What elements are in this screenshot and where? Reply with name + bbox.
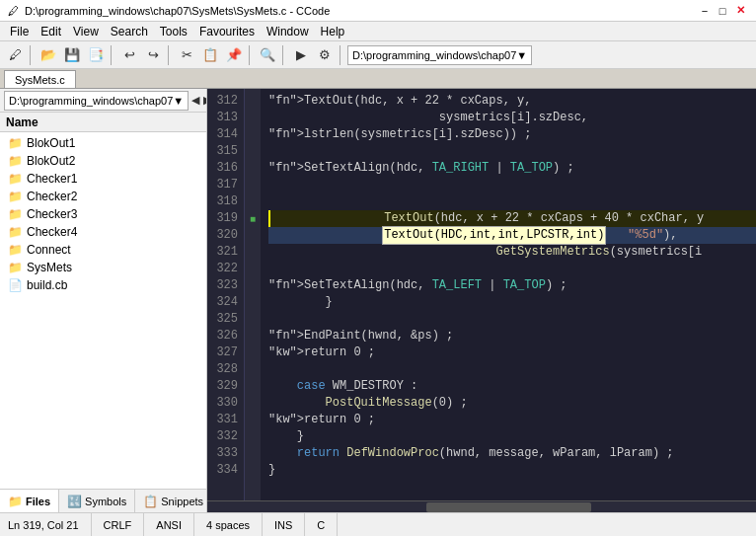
window-controls: − □ ✕ [697,3,748,19]
tab-icon: 📋 [143,495,158,508]
new-file-button[interactable]: 🖊 [4,44,26,66]
tree-item-label: build.cb [27,278,67,292]
tree-item-sysmets[interactable]: 📁SysMets [0,259,206,276]
file-tab-sysmets[interactable]: SysMets.c [4,70,76,88]
folder-icon: 📁 [8,172,23,186]
tree-item-connect[interactable]: 📁Connect [0,241,206,259]
save-button[interactable]: 💾 [61,44,83,66]
save-all-button[interactable]: 📑 [85,44,107,66]
compile-button[interactable]: ⚙ [314,44,336,66]
code-line: PostQuitMessage(0) ; [268,395,756,412]
tree-item-blokout1[interactable]: 📁BlokOut1 [0,134,206,152]
code-line [268,311,756,328]
code-line [268,143,756,160]
search-button[interactable]: 🔍 [257,44,278,66]
code-line: "fn">SetTextAlign(hdc, TA_RIGHT | TA_TOP… [268,160,756,177]
status-insert-mode: INS [263,513,305,537]
main-area: D:\programming_windows\chap07 ▼ ◀ ▶ ▲ Na… [0,89,756,512]
menu-item-view[interactable]: View [67,23,105,40]
app-icon: 🖊 [8,5,19,17]
menu-item-help[interactable]: Help [315,23,351,40]
copy-button[interactable]: 📋 [199,44,221,66]
sidebar: D:\programming_windows\chap07 ▼ ◀ ▶ ▲ Na… [0,89,207,512]
name-header: Name [0,113,206,132]
tree-item-label: BlokOut1 [27,136,75,150]
code-line [268,261,756,277]
window-title: D:\programming_windows\chap07\SysMets\Sy… [25,5,697,17]
tab-icon: 🔣 [67,495,82,508]
folder-icon: 📁 [8,136,23,150]
menu-item-file[interactable]: File [4,23,35,40]
sidebar-tab-snippets[interactable]: 📋Snippets [135,490,207,513]
dropdown-arrow-icon: ▼ [516,49,527,61]
open-button[interactable]: 📂 [38,44,59,66]
toolbar-separator-5 [282,45,286,65]
tab-label: Symbols [85,496,126,507]
paste-button[interactable]: 📌 [223,44,245,66]
tree-item-checker4[interactable]: 📁Checker4 [0,223,206,241]
tree-item-checker1[interactable]: 📁Checker1 [0,170,206,188]
menu-item-window[interactable]: Window [261,23,315,40]
tree-item-build.cb[interactable]: 📄build.cb [0,276,206,294]
minimize-button[interactable]: − [697,3,713,19]
build-button[interactable]: ▶ [290,44,312,66]
sidebar-toolbar: D:\programming_windows\chap07 ▼ ◀ ▶ ▲ [0,89,206,113]
tree-item-label: Checker1 [27,172,77,186]
code-line: TextOut(hdc, x + 22 * cxCaps + 40 * cxCh… [268,210,756,227]
code-area[interactable]: 3123133143153163173183193203213223233243… [207,89,756,500]
close-button[interactable]: ✕ [732,3,748,19]
tab-label: Snippets [161,496,203,507]
horizontal-scrollbar[interactable] [207,500,756,512]
sidebar-tab-symbols[interactable]: 🔣Symbols [59,490,135,513]
folder-icon: 📁 [8,190,23,203]
scrollbar-thumb[interactable] [426,502,591,512]
folder-icon: 📁 [8,207,23,221]
tab-label: Files [26,496,50,507]
status-language: C [305,513,338,537]
tree-item-label: Checker2 [27,190,77,203]
code-line: case WM_DESTROY : [268,378,756,395]
menu-item-search[interactable]: Search [105,23,154,40]
sidebar-bottom: 📁Files🔣Symbols📋Snippets [0,489,206,512]
status-line-ending: CRLF [92,513,145,537]
code-line: "fn">TextOut(hdc, x + 22 * cxCaps, y, [268,93,756,110]
code-line: } [268,294,756,311]
folder-icon: 📁 [8,243,23,257]
toolbar-separator-3 [168,45,172,65]
toolbar-separator [30,45,34,65]
tree-item-blokout2[interactable]: 📁BlokOut2 [0,152,206,170]
sidebar-path[interactable]: D:\programming_windows\chap07 ▼ [4,91,189,111]
code-editor: 3123133143153163173183193203213223233243… [207,89,756,512]
folder-icon: 📁 [8,154,23,168]
tree-item-label: Checker4 [27,225,77,239]
menu-bar: FileEditViewSearchToolsFavouritesWindowH… [0,22,756,41]
menu-item-favourites[interactable]: Favourites [193,23,261,40]
code-line: "kw">return 0 ; [268,412,756,428]
sidebar-tab-files[interactable]: 📁Files [0,490,59,513]
menu-item-tools[interactable]: Tools [154,23,193,40]
code-line [268,177,756,193]
status-encoding: ANSI [144,513,194,537]
back-button[interactable]: ◀ [190,92,200,110]
cut-button[interactable]: ✂ [176,44,197,66]
path-dropdown[interactable]: D:\programming_windows\chap07 ▼ [347,45,532,65]
code-line: "fn">SetTextAlign(hdc, TA_LEFT | TA_TOP)… [268,277,756,294]
status-bar: Ln 319, Col 21 CRLF ANSI 4 spaces INS C [0,512,756,536]
code-line [268,361,756,378]
code-content[interactable]: "fn">TextOut(hdc, x + 22 * cxCaps, y, sy… [261,89,756,500]
code-line: "kw">return 0 ; [268,345,756,361]
folder-icon: 📁 [8,261,23,274]
tree-item-checker3[interactable]: 📁Checker3 [0,205,206,223]
tree-item-checker2[interactable]: 📁Checker2 [0,188,206,205]
code-line: TextOut(HDC,int,int,LPCSTR,int) "%5d"), [268,227,756,244]
code-line: "fn">EndPaint(hwnd, &ps) ; [268,328,756,345]
menu-item-edit[interactable]: Edit [35,23,67,40]
redo-button[interactable]: ↪ [142,44,164,66]
file-icon: 📄 [8,278,23,292]
tree-item-label: Connect [27,243,71,257]
tree-item-label: BlokOut2 [27,154,75,168]
maximize-button[interactable]: □ [715,3,730,19]
undo-button[interactable]: ↩ [118,44,140,66]
title-bar: 🖊 D:\programming_windows\chap07\SysMets\… [0,0,756,22]
toolbar-separator-6 [340,45,343,65]
